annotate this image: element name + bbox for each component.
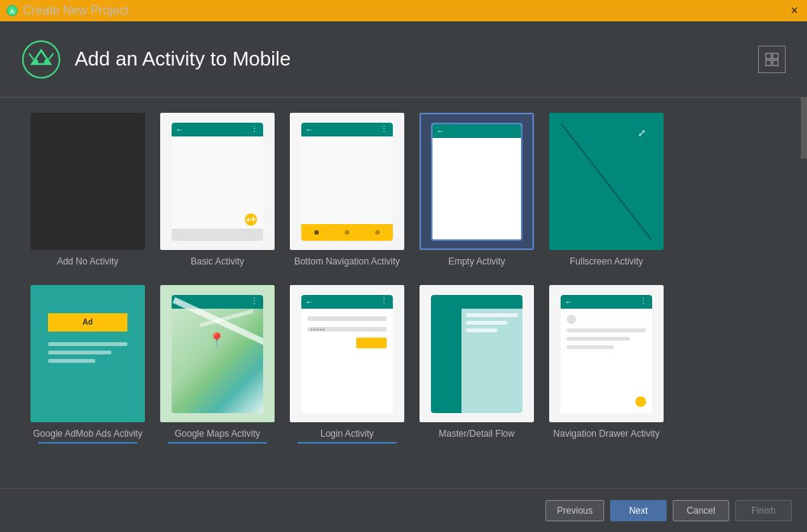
activity-label-add-no-activity: Add No Activity [57,256,119,267]
navdrawer-line-2 [567,337,630,341]
phone-body-masterdetail [431,309,522,413]
ad-banner: Ad [48,313,127,332]
activity-card-fullscreen-activity[interactable]: ⤢ [549,113,664,250]
svg-rect-7 [766,53,771,59]
phone-statusbar-navdrawer: ← ⋮ [561,295,652,309]
more-icon-2: ⋮ [380,124,389,134]
phone-statusbar-login: ← ⋮ [301,295,393,309]
back-arrow-icon-3: ← [436,127,445,136]
login-field-2: ★★★★★ [307,327,387,332]
activity-card-add-no-activity[interactable] [31,113,145,250]
navdrawer-line-1 [567,328,646,332]
more-icon: ⋮ [250,124,259,134]
view-icon [764,52,780,67]
activity-item-bottom-navigation-activity[interactable]: ← ⋮ Bottom Navigation Activity [290,113,404,267]
activity-item-fullscreen-activity[interactable]: ⤢ Fullscreen Activity [549,113,664,267]
phone-statusbar-masterdetail [431,295,522,309]
activity-label-bottom-navigation-activity: Bottom Navigation Activity [294,256,400,267]
activity-grid-row1: Add No Activity ← ⋮ + Basic Activity [31,113,776,267]
fullscreen-diagonal [561,123,652,241]
map-pin: 📍 [208,332,225,348]
back-arrow-navdrawer: ← [564,297,573,306]
cancel-button[interactable]: Cancel [673,500,729,521]
activity-item-google-maps-activity[interactable]: ← ⋮ 📍 Google Maps Activity [160,285,275,444]
fab-button: + [245,213,257,226]
detail-panel [461,309,522,413]
activity-card-google-maps-activity[interactable]: ← ⋮ 📍 [160,285,275,422]
login-field-1 [307,316,387,321]
navdrawer-circle [567,315,576,324]
titlebar: A Create New Project × [0,0,807,21]
bottomnav-item-3 [375,230,380,235]
back-arrow-login: ← [305,297,313,306]
next-button[interactable]: Next [610,500,667,521]
activity-label-navigation-drawer-activity: Navigation Drawer Activity [553,428,659,439]
detail-line-3 [466,328,497,332]
activity-underline-admob [38,442,137,444]
android-studio-small-icon: A [6,5,18,17]
bottomnav-item-1 [314,230,319,235]
phone-bottomnav [301,224,393,241]
activity-item-basic-activity[interactable]: ← ⋮ + Basic Activity [160,113,275,267]
svg-line-11 [561,123,652,241]
finish-button[interactable]: Finish [735,500,792,521]
back-arrow-icon: ← [175,125,184,134]
svg-point-4 [44,59,49,64]
navdrawer-line-3 [567,345,614,349]
android-studio-logo [21,40,61,79]
bottomnav-item-2 [345,230,349,235]
svg-rect-10 [773,60,778,66]
activity-item-login-activity[interactable]: ← ⋮ ★★★★★ Login Activity [290,285,404,444]
phone-statusbar-2: ← ⋮ [301,123,393,136]
svg-text:A: A [10,8,15,15]
activity-label-basic-activity: Basic Activity [191,256,244,267]
titlebar-title: Create New Project [23,4,129,18]
activity-item-navigation-drawer-activity[interactable]: ← ⋮ Navigation Drawer Activity [549,285,664,439]
activity-label-master-detail-flow: Master/Detail Flow [439,428,514,439]
svg-point-3 [34,59,38,64]
activity-card-bottom-navigation-activity[interactable]: ← ⋮ [290,113,404,250]
svg-point-2 [23,41,59,78]
admob-content-lines [48,342,127,363]
close-button[interactable]: × [788,5,801,17]
activity-item-google-admob-ads-activity[interactable]: Ad Google AdMob Ads Activity [31,285,145,444]
svg-rect-9 [766,60,771,66]
activity-label-empty-activity: Empty Activity [449,256,506,267]
detail-line-1 [466,313,518,317]
titlebar-left: A Create New Project [6,4,129,18]
navdrawer-fab [635,396,646,407]
main-content: Add No Activity ← ⋮ + Basic Activity [0,98,807,488]
activity-card-master-detail-flow[interactable] [420,285,534,422]
phone-statusbar-3: ← [432,124,521,138]
activity-card-basic-activity[interactable]: ← ⋮ + [160,113,275,250]
more-icon-navdrawer: ⋮ [639,296,648,306]
detail-line-2 [466,321,507,325]
activity-card-login-activity[interactable]: ← ⋮ ★★★★★ [290,285,404,422]
more-icon-maps: ⋮ [250,296,259,306]
more-icon-login: ⋮ [380,296,389,306]
phone-statusbar: ← ⋮ [172,123,263,136]
activity-card-navigation-drawer-activity[interactable]: ← ⋮ [549,285,664,422]
header: Add an Activity to Mobile [0,21,807,98]
svg-rect-8 [773,53,778,59]
activity-underline-login [297,442,397,444]
activity-item-add-no-activity[interactable]: Add No Activity [31,113,145,267]
no-activity-visual [32,113,143,250]
activity-label-google-admob-ads-activity: Google AdMob Ads Activity [33,428,142,439]
activity-label-google-maps-activity: Google Maps Activity [175,428,260,439]
phone-body-login: ★★★★★ [301,309,393,413]
scrollbar-thumb[interactable] [801,98,807,159]
activity-item-empty-activity[interactable]: ← Empty Activity [420,113,534,267]
activity-underline-maps [168,442,267,444]
activity-label-login-activity: Login Activity [320,428,374,439]
footer: Previous Next Cancel Finish [0,488,807,532]
master-panel [431,309,461,413]
phone-body-2 [301,136,393,224]
activity-item-master-detail-flow[interactable]: Master/Detail Flow [420,285,534,439]
view-toggle-button[interactable] [758,46,786,73]
phone-body-3 [432,138,521,239]
activity-card-empty-activity[interactable]: ← [420,113,534,250]
activity-card-google-admob-ads-activity[interactable]: Ad [31,285,145,422]
page-title: Add an Activity to Mobile [75,47,291,71]
previous-button[interactable]: Previous [545,500,604,521]
